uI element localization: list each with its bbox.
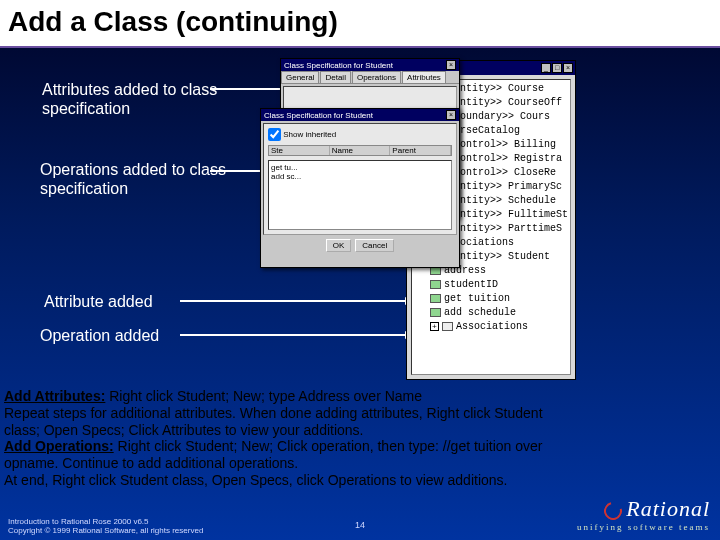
footer-line1: Introduction to Rational Rose 2000 v6.5: [8, 517, 203, 527]
close-icon[interactable]: ×: [446, 110, 456, 120]
list-item[interactable]: get tu...: [271, 163, 449, 172]
maximize-icon[interactable]: □: [552, 63, 562, 73]
heading-add-attributes: Add Attributes:: [4, 388, 105, 404]
tree-item[interactable]: <<control>> Registra: [442, 153, 562, 164]
spec1-titlebar: Class Specification for Student ×: [281, 59, 459, 71]
tab[interactable]: Operations: [352, 71, 401, 83]
page-number: 14: [355, 520, 365, 530]
tree-subitem[interactable]: get tuition: [444, 293, 510, 304]
instruction-text: Repeat steps for additional attributes. …: [4, 405, 716, 422]
col-header[interactable]: Parent: [390, 146, 451, 155]
callout-operation-single: Operation added: [40, 326, 159, 345]
list-header: Ste Name Parent: [268, 145, 452, 156]
list-item[interactable]: add sc...: [271, 172, 449, 181]
instruction-text: Right click Student; New; type Address o…: [105, 388, 422, 404]
instruction-text: Right click Student; New; Click operatio…: [114, 438, 543, 454]
callout-attribute-single: Attribute added: [44, 292, 153, 311]
instructions-block: Add Attributes: Right click Student; New…: [0, 388, 720, 489]
footer-line2: Copyright © 1999 Rational Software, all …: [8, 526, 203, 536]
operations-listbox[interactable]: get tu... add sc...: [268, 160, 452, 230]
footer: Introduction to Rational Rose 2000 v6.5 …: [8, 517, 203, 536]
logo: Rational unifying software teams: [577, 496, 710, 532]
spec2-body: Show inherited Ste Name Parent get tu...…: [263, 123, 457, 235]
close-icon[interactable]: ×: [446, 60, 456, 70]
ok-button[interactable]: OK: [326, 239, 352, 252]
leader-operations: [210, 170, 260, 172]
spec1-tabs: General Detail Operations Attributes: [281, 71, 459, 84]
col-header[interactable]: Name: [330, 146, 391, 155]
tab[interactable]: General: [281, 71, 319, 83]
col-header[interactable]: Ste: [269, 146, 330, 155]
dialog-title: Class Specification for Student: [284, 61, 393, 70]
tree-subitem[interactable]: studentID: [444, 279, 498, 290]
instruction-text: class; Open Specs; Click Attributes to v…: [4, 422, 716, 439]
tree-item[interactable]: <<entity>> FulltimeSt: [442, 209, 568, 220]
show-inherited-checkbox[interactable]: Show inherited: [268, 130, 336, 139]
minimize-icon[interactable]: _: [541, 63, 551, 73]
checkbox-label: Show inherited: [283, 130, 336, 139]
class-spec-dialog-front: Class Specification for Student × Show i…: [260, 108, 460, 268]
callout-attributes: Attributes added to class specification: [42, 80, 222, 118]
callout-operations: Operations added to class specification: [40, 160, 230, 198]
tab-active[interactable]: Attributes: [402, 71, 446, 83]
tree-item[interactable]: <<entity>> ParttimeS: [442, 223, 562, 234]
tree-subitem[interactable]: add schedule: [444, 307, 516, 318]
heading-add-operations: Add Operations:: [4, 438, 114, 454]
leader-operation: [180, 334, 405, 336]
instruction-text: At end, Right click Student class, Open …: [4, 472, 716, 489]
instruction-text: opname. Continue to add additional opera…: [4, 455, 716, 472]
logo-tagline: unifying software teams: [577, 522, 710, 532]
leader-attribute: [180, 300, 405, 302]
spec2-titlebar: Class Specification for Student ×: [261, 109, 459, 121]
tree-subitem[interactable]: Associations: [456, 321, 528, 332]
dialog-title: Class Specification for Student: [264, 111, 373, 120]
cancel-button[interactable]: Cancel: [355, 239, 394, 252]
tree-item[interactable]: <<entity>> CourseOff: [442, 97, 562, 108]
close-icon[interactable]: ×: [563, 63, 573, 73]
slide-title: Add a Class (continuing): [0, 0, 720, 48]
logo-brand: Rational: [626, 496, 710, 521]
logo-swirl-icon: [601, 499, 626, 524]
tab[interactable]: Detail: [320, 71, 350, 83]
leader-attributes: [210, 88, 280, 90]
tree-item[interactable]: <<entity>> PrimarySc: [442, 181, 562, 192]
